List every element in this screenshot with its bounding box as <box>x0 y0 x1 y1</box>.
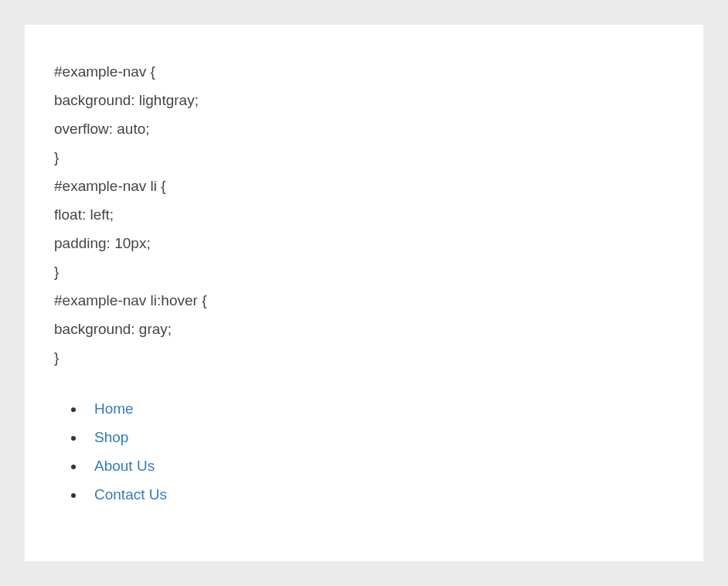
code-line: overflow: auto; <box>54 114 674 143</box>
code-line: background: gray; <box>54 315 674 343</box>
list-item: Home <box>85 394 674 423</box>
code-line: } <box>54 257 674 286</box>
code-line: padding: 10px; <box>54 229 674 257</box>
code-line: } <box>54 343 674 372</box>
list-item: Shop <box>85 423 674 451</box>
code-line: #example-nav { <box>54 57 674 86</box>
code-line: } <box>54 143 674 172</box>
code-line: #example-nav li:hover { <box>54 286 674 315</box>
code-line: #example-nav li { <box>54 172 674 200</box>
nav-link-contact[interactable]: Contact Us <box>94 486 167 503</box>
nav-link-shop[interactable]: Shop <box>94 429 128 445</box>
nav-list: Home Shop About Us Contact Us <box>54 394 674 509</box>
code-line: background: lightgray; <box>54 86 674 114</box>
code-line: float: left; <box>54 200 674 229</box>
nav-link-about[interactable]: About Us <box>94 458 155 474</box>
list-item: About Us <box>85 451 674 480</box>
css-code-block: #example-nav { background: lightgray; ov… <box>54 57 674 373</box>
content-card: #example-nav { background: lightgray; ov… <box>25 25 703 561</box>
list-item: Contact Us <box>85 480 674 509</box>
nav-link-home[interactable]: Home <box>94 400 134 417</box>
